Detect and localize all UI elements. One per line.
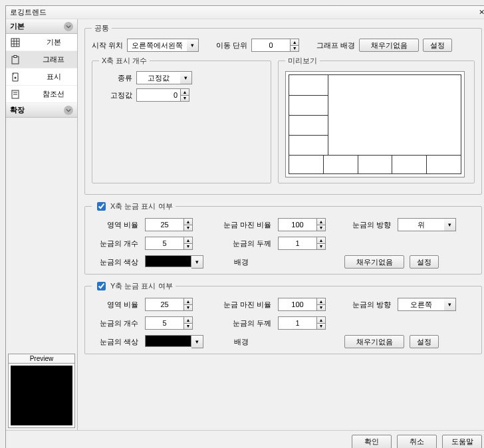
y-thick-spinner[interactable]: ▲▼ (278, 316, 338, 330)
x-count-label: 눈금의 개수 (92, 239, 138, 249)
fixed-spinner[interactable]: ▲▼ (136, 88, 189, 102)
y-color-label: 눈금의 색상 (92, 337, 138, 347)
sidebar-item-graph[interactable]: 그래프 (6, 51, 77, 68)
y-bg-set-button[interactable]: 설정 (410, 335, 439, 348)
graph-bg-set-button[interactable]: 설정 (423, 39, 452, 52)
x-bg-set-button[interactable]: 설정 (410, 255, 439, 269)
group-legend: X축 표시 개수 (99, 56, 150, 66)
xtick-check-input[interactable] (97, 202, 106, 211)
start-pos-combo[interactable]: 오른쪽에서왼쪽 ▾ (127, 39, 199, 52)
sidebar-category-ext[interactable]: 확장 (6, 103, 77, 118)
x-area-label: 영역 비율 (92, 220, 138, 230)
x-color-combo[interactable]: ▾ (145, 255, 205, 269)
xtick-checkbox[interactable]: X축 눈금 표시 여부 (94, 200, 173, 213)
move-unit-label: 이동 단위 (216, 41, 247, 51)
chevron-down-icon: ▾ (191, 255, 203, 269)
combo-value: 위 (398, 218, 444, 231)
note-icon (10, 72, 21, 82)
mini-preview (285, 71, 465, 177)
clipboard-icon (10, 55, 21, 64)
kind-label: 종류 (99, 73, 132, 83)
ytick-checkbox[interactable]: Y축 눈금 표시 여부 (94, 280, 173, 292)
chevron-down-icon (64, 22, 73, 31)
group-preview: 미리보기 (278, 56, 475, 183)
ytick-check-input[interactable] (97, 282, 106, 290)
svg-rect-6 (14, 55, 17, 57)
x-thick-spinner[interactable]: ▲▼ (278, 237, 338, 250)
y-margin-spinner[interactable]: ▲▼ (278, 298, 338, 311)
group-legend: Y축 눈금 표시 여부 (92, 280, 176, 292)
preview-canvas (11, 366, 72, 425)
fixed-label: 고정값 (99, 90, 132, 100)
sidebar-category-label: 확장 (10, 105, 25, 115)
help-button[interactable]: 도움말 (442, 435, 482, 449)
start-pos-label: 시작 위치 (92, 41, 123, 51)
dialog-window: 로깅트렌드 ⨯ 기본 기본 (5, 5, 484, 448)
close-icon[interactable]: ⨯ (479, 8, 484, 17)
grid-icon (10, 38, 21, 47)
sidebar-category-basic[interactable]: 기본 (6, 19, 77, 34)
x-margin-spinner[interactable]: ▲▼ (278, 218, 338, 231)
fixed-input[interactable] (136, 88, 180, 102)
group-legend: 공통 (92, 23, 112, 33)
ok-button[interactable]: 확인 (352, 435, 392, 449)
svg-rect-0 (11, 39, 19, 47)
x-margin-input[interactable] (278, 218, 316, 231)
group-xcount: X축 표시 개수 종류 고정값 ▾ 고정값 ▲ (92, 56, 271, 183)
y-count-spinner[interactable]: ▲▼ (145, 316, 205, 330)
group-xtick: X축 눈금 표시 여부 영역 비율 ▲▼ 눈금 마진 비율 ▲▼ 눈금의 방향 (84, 200, 482, 275)
chevron-down-icon: ▾ (444, 298, 456, 311)
x-area-input[interactable] (145, 218, 183, 231)
x-count-spinner[interactable]: ▲▼ (145, 237, 205, 250)
x-dir-combo[interactable]: 위 ▾ (398, 218, 464, 231)
sidebar-preview: Preview (8, 354, 75, 428)
x-thick-input[interactable] (278, 237, 316, 250)
y-margin-input[interactable] (278, 298, 316, 311)
graph-bg-label: 그래프 배경 (316, 41, 355, 51)
sidebar-item-label: 그래프 (34, 55, 73, 64)
x-thick-label: 눈금의 두께 (211, 239, 271, 249)
dialog-footer: 확인 취소 도움말 (6, 430, 484, 448)
sidebar-item-refline[interactable]: 참조선 (6, 86, 77, 103)
spinner-buttons[interactable]: ▲▼ (290, 39, 299, 52)
cancel-button[interactable]: 취소 (397, 435, 437, 449)
svg-point-7 (15, 76, 17, 78)
chevron-down-icon: ▾ (444, 218, 456, 231)
chevron-down-icon (64, 106, 73, 115)
sidebar-item-label: 참조선 (34, 89, 73, 99)
y-dir-combo[interactable]: 오른쪽 ▾ (398, 298, 464, 311)
sidebar-category-label: 기본 (10, 21, 25, 31)
y-area-input[interactable] (145, 298, 183, 311)
page-icon (10, 90, 21, 99)
combo-value: 오른쪽에서왼쪽 (127, 39, 187, 52)
y-count-input[interactable] (145, 316, 183, 330)
y-bg-label: 배경 (211, 337, 271, 347)
y-thick-input[interactable] (278, 316, 316, 330)
y-area-label: 영역 비율 (92, 300, 138, 310)
move-unit-spinner[interactable]: ▲▼ (251, 39, 299, 52)
ytick-check-label: Y축 눈금 표시 여부 (110, 281, 173, 291)
spinner-buttons[interactable]: ▲▼ (180, 88, 189, 102)
x-bg-button[interactable]: 채우기없음 (344, 255, 404, 269)
group-legend: X축 눈금 표시 여부 (92, 200, 176, 213)
y-area-spinner[interactable]: ▲▼ (145, 298, 205, 311)
color-swatch (145, 335, 191, 347)
graph-bg-button[interactable]: 채우기없음 (359, 39, 419, 52)
sidebar-item-label: 기본 (34, 37, 73, 47)
x-bg-label: 배경 (211, 257, 271, 267)
sidebar-item-basic[interactable]: 기본 (6, 34, 77, 51)
sidebar-item-label: 표시 (34, 72, 73, 82)
x-count-input[interactable] (145, 237, 183, 250)
sidebar-item-display[interactable]: 표시 (6, 68, 77, 86)
move-unit-input[interactable] (251, 39, 290, 52)
chevron-down-icon: ▾ (191, 335, 203, 348)
group-common: 공통 시작 위치 오른쪽에서왼쪽 ▾ 이동 단위 ▲▼ 그래프 배경 채 (84, 23, 482, 195)
preview-label: Preview (9, 354, 74, 364)
kind-combo[interactable]: 고정값 ▾ (136, 71, 192, 84)
x-color-label: 눈금의 색상 (92, 257, 138, 267)
y-count-label: 눈금의 개수 (92, 318, 138, 328)
x-area-spinner[interactable]: ▲▼ (145, 218, 205, 231)
dialog-body: 기본 기본 그래프 (6, 19, 484, 430)
y-bg-button[interactable]: 채우기없음 (344, 335, 404, 348)
y-color-combo[interactable]: ▾ (145, 335, 205, 348)
